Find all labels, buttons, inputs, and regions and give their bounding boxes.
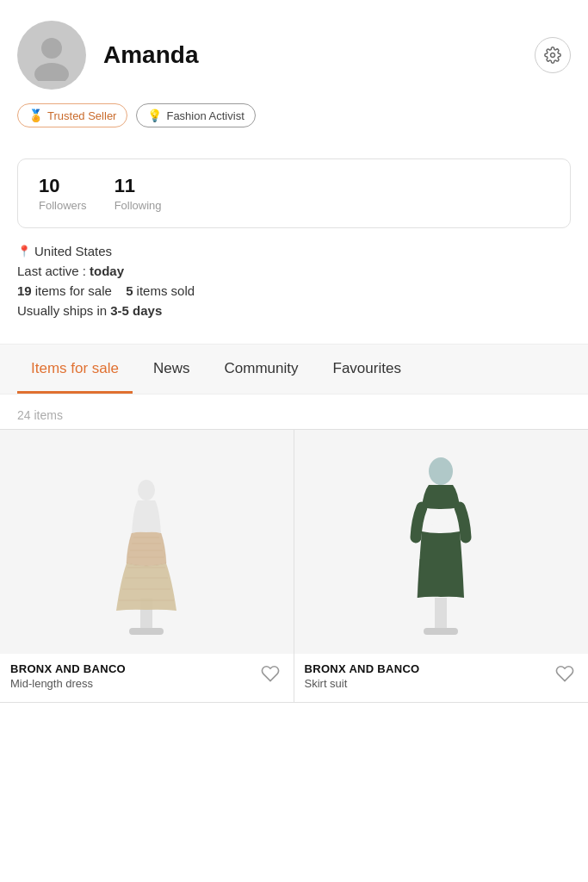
following-label: Following bbox=[115, 199, 162, 212]
items-sold-label: items sold bbox=[137, 283, 195, 298]
svg-point-0 bbox=[41, 38, 62, 59]
info-section: 📍 United States Last active : today 19 i… bbox=[0, 228, 588, 333]
heart-icon bbox=[555, 664, 574, 683]
favourite-button[interactable] bbox=[257, 661, 283, 686]
dress-image bbox=[86, 438, 207, 645]
item-brand: BRONX AND BANCO bbox=[10, 662, 257, 675]
items-for-sale-count: 19 bbox=[17, 283, 32, 298]
profile-top-row: Amanda bbox=[17, 21, 571, 90]
item-image bbox=[0, 430, 294, 654]
last-active-value: today bbox=[90, 264, 124, 278]
trusted-seller-icon: 🏅 bbox=[28, 109, 43, 122]
location-icon: 📍 bbox=[17, 245, 31, 258]
fashion-activist-icon: 💡 bbox=[147, 109, 162, 122]
profile-name: Amanda bbox=[103, 41, 198, 69]
svg-point-2 bbox=[551, 53, 555, 58]
stat-following[interactable]: 11 Following bbox=[115, 175, 162, 212]
skirt-suit-image bbox=[381, 438, 501, 645]
profile-section: Amanda 🏅 Trusted Seller 💡 Fashion Activi… bbox=[0, 0, 588, 141]
location-row: 📍 United States bbox=[17, 244, 571, 258]
trusted-seller-label: Trusted Seller bbox=[47, 109, 116, 122]
svg-point-1 bbox=[34, 63, 69, 81]
item-image bbox=[294, 430, 589, 654]
tab-news[interactable]: News bbox=[139, 345, 204, 394]
tab-community[interactable]: Community bbox=[211, 345, 313, 394]
items-count: 24 items bbox=[0, 394, 588, 429]
items-sold-count: 5 bbox=[126, 283, 133, 298]
following-count: 11 bbox=[115, 175, 162, 197]
stats-card: 10 Followers 11 Following bbox=[17, 158, 571, 228]
tab-favourites[interactable]: Favourites bbox=[319, 345, 415, 394]
fashion-activist-label: Fashion Activist bbox=[166, 109, 244, 122]
badge-fashion-activist[interactable]: 💡 Fashion Activist bbox=[136, 103, 255, 127]
profile-left: Amanda bbox=[17, 21, 198, 90]
last-active-prefix: Last active : bbox=[17, 264, 86, 278]
stat-followers[interactable]: 10 Followers bbox=[39, 175, 87, 212]
svg-rect-15 bbox=[424, 628, 458, 635]
items-for-sale-label: items for sale bbox=[35, 283, 112, 298]
svg-point-16 bbox=[429, 457, 453, 485]
followers-label: Followers bbox=[39, 199, 87, 212]
item-info: BRONX AND BANCO Skirt suit bbox=[294, 654, 589, 702]
item-description: Skirt suit bbox=[305, 677, 553, 690]
ships-row: Usually ships in 3-5 days bbox=[17, 303, 571, 318]
heart-icon bbox=[261, 664, 280, 683]
items-info-row: 19 items for sale 5 items sold bbox=[17, 283, 571, 298]
location-text: United States bbox=[34, 244, 112, 258]
ships-prefix: Usually ships in bbox=[17, 303, 107, 318]
tab-items-for-sale[interactable]: Items for sale bbox=[17, 345, 133, 394]
item-info: BRONX AND BANCO Mid-length dress bbox=[0, 654, 294, 702]
item-description: Mid-length dress bbox=[10, 677, 257, 690]
item-brand: BRONX AND BANCO bbox=[305, 662, 553, 675]
item-text: BRONX AND BANCO Skirt suit bbox=[305, 662, 553, 690]
svg-point-5 bbox=[138, 480, 155, 500]
settings-button[interactable] bbox=[535, 37, 571, 73]
avatar bbox=[17, 21, 86, 90]
badge-trusted-seller[interactable]: 🏅 Trusted Seller bbox=[17, 103, 127, 127]
item-card[interactable]: BRONX AND BANCO Skirt suit bbox=[294, 430, 589, 703]
followers-count: 10 bbox=[39, 175, 87, 197]
item-text: BRONX AND BANCO Mid-length dress bbox=[10, 662, 257, 690]
favourite-button[interactable] bbox=[552, 661, 578, 686]
svg-rect-14 bbox=[435, 598, 447, 632]
badges-row: 🏅 Trusted Seller 💡 Fashion Activist bbox=[17, 103, 571, 127]
gear-icon bbox=[544, 47, 561, 64]
item-card[interactable]: BRONX AND BANCO Mid-length dress bbox=[0, 430, 294, 703]
tabs-container: Items for sale News Community Favourites bbox=[0, 344, 588, 394]
items-grid: BRONX AND BANCO Mid-length dress bbox=[0, 429, 588, 703]
svg-rect-4 bbox=[129, 628, 164, 635]
ships-value: 3-5 days bbox=[110, 303, 162, 318]
last-active-row: Last active : today bbox=[17, 264, 571, 278]
